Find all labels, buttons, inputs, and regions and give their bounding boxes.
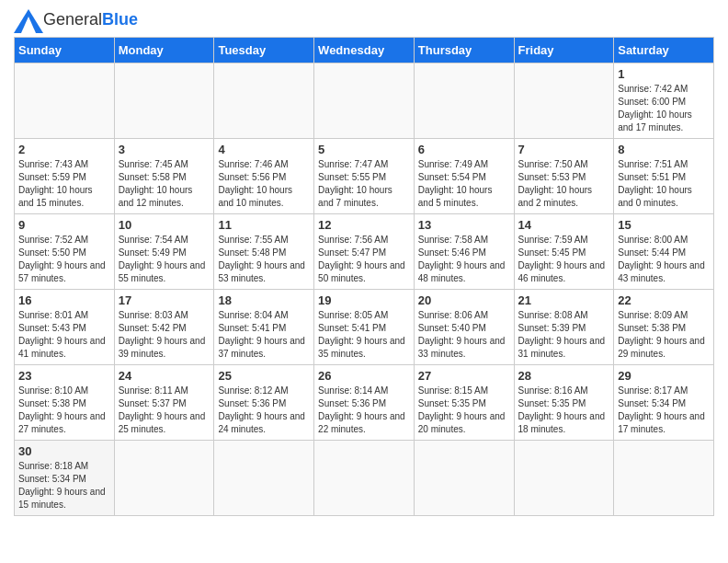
day-info: Sunrise: 7:51 AM Sunset: 5:51 PM Dayligh… xyxy=(618,158,710,210)
calendar-table: SundayMondayTuesdayWednesdayThursdayFrid… xyxy=(14,37,714,516)
calendar-cell: 30Sunrise: 8:18 AM Sunset: 5:34 PM Dayli… xyxy=(15,441,115,516)
calendar-cell: 17Sunrise: 8:03 AM Sunset: 5:42 PM Dayli… xyxy=(114,290,214,365)
day-header-monday: Monday xyxy=(114,38,214,63)
calendar-cell: 13Sunrise: 7:58 AM Sunset: 5:46 PM Dayli… xyxy=(414,214,514,290)
calendar-cell xyxy=(214,63,314,139)
day-info: Sunrise: 7:45 AM Sunset: 5:58 PM Dayligh… xyxy=(119,158,210,210)
day-number: 17 xyxy=(119,293,210,307)
calendar-cell xyxy=(214,441,314,516)
day-info: Sunrise: 8:15 AM Sunset: 5:35 PM Dayligh… xyxy=(418,385,510,436)
day-number: 19 xyxy=(318,293,410,307)
calendar-cell: 28Sunrise: 8:16 AM Sunset: 5:35 PM Dayli… xyxy=(514,365,614,441)
days-header-row: SundayMondayTuesdayWednesdayThursdayFrid… xyxy=(15,38,714,63)
day-number: 2 xyxy=(18,143,110,156)
day-info: Sunrise: 7:43 AM Sunset: 5:59 PM Dayligh… xyxy=(18,158,110,210)
calendar-cell: 24Sunrise: 8:11 AM Sunset: 5:37 PM Dayli… xyxy=(114,365,214,441)
calendar-cell xyxy=(514,63,614,139)
day-number: 11 xyxy=(218,218,310,232)
day-header-friday: Friday xyxy=(514,38,614,63)
logo-icon xyxy=(14,9,40,29)
calendar-cell: 4Sunrise: 7:46 AM Sunset: 5:56 PM Daylig… xyxy=(214,139,314,214)
day-header-tuesday: Tuesday xyxy=(214,38,314,63)
day-number: 18 xyxy=(218,293,310,307)
day-info: Sunrise: 8:06 AM Sunset: 5:40 PM Dayligh… xyxy=(418,309,510,361)
calendar-cell: 7Sunrise: 7:50 AM Sunset: 5:53 PM Daylig… xyxy=(514,139,614,214)
day-number: 16 xyxy=(18,293,110,307)
day-info: Sunrise: 8:04 AM Sunset: 5:41 PM Dayligh… xyxy=(218,309,310,361)
day-number: 23 xyxy=(18,369,110,383)
calendar-cell xyxy=(114,63,214,139)
day-header-saturday: Saturday xyxy=(614,38,714,63)
day-number: 10 xyxy=(119,218,210,232)
day-number: 13 xyxy=(418,218,510,232)
week-row: 1Sunrise: 7:42 AM Sunset: 6:00 PM Daylig… xyxy=(15,63,714,139)
day-info: Sunrise: 7:54 AM Sunset: 5:49 PM Dayligh… xyxy=(119,234,210,285)
day-info: Sunrise: 8:12 AM Sunset: 5:36 PM Dayligh… xyxy=(218,385,310,436)
day-info: Sunrise: 7:46 AM Sunset: 5:56 PM Dayligh… xyxy=(218,158,310,210)
day-header-sunday: Sunday xyxy=(15,38,115,63)
calendar-cell: 3Sunrise: 7:45 AM Sunset: 5:58 PM Daylig… xyxy=(114,139,214,214)
day-number: 30 xyxy=(18,444,110,458)
calendar-cell: 1Sunrise: 7:42 AM Sunset: 6:00 PM Daylig… xyxy=(614,63,714,139)
day-number: 4 xyxy=(218,143,310,156)
calendar-cell: 2Sunrise: 7:43 AM Sunset: 5:59 PM Daylig… xyxy=(15,139,115,214)
calendar-header: SundayMondayTuesdayWednesdayThursdayFrid… xyxy=(15,38,714,63)
week-row: 9Sunrise: 7:52 AM Sunset: 5:50 PM Daylig… xyxy=(15,214,714,290)
calendar-cell: 19Sunrise: 8:05 AM Sunset: 5:41 PM Dayli… xyxy=(314,290,415,365)
calendar-cell: 9Sunrise: 7:52 AM Sunset: 5:50 PM Daylig… xyxy=(15,214,115,290)
calendar-cell xyxy=(614,441,714,516)
calendar-cell xyxy=(414,441,514,516)
day-number: 28 xyxy=(518,369,610,383)
calendar-cell xyxy=(114,441,214,516)
calendar-cell: 26Sunrise: 8:14 AM Sunset: 5:36 PM Dayli… xyxy=(314,365,415,441)
calendar-cell: 29Sunrise: 8:17 AM Sunset: 5:34 PM Dayli… xyxy=(614,365,714,441)
calendar-cell: 12Sunrise: 7:56 AM Sunset: 5:47 PM Dayli… xyxy=(314,214,415,290)
calendar-body: 1Sunrise: 7:42 AM Sunset: 6:00 PM Daylig… xyxy=(15,63,714,516)
day-number: 24 xyxy=(119,369,210,383)
calendar-cell: 14Sunrise: 7:59 AM Sunset: 5:45 PM Dayli… xyxy=(514,214,614,290)
week-row: 16Sunrise: 8:01 AM Sunset: 5:43 PM Dayli… xyxy=(15,290,714,365)
day-info: Sunrise: 8:10 AM Sunset: 5:38 PM Dayligh… xyxy=(18,385,110,436)
day-number: 27 xyxy=(418,369,510,383)
calendar-cell: 23Sunrise: 8:10 AM Sunset: 5:38 PM Dayli… xyxy=(15,365,115,441)
day-number: 22 xyxy=(618,293,710,307)
day-number: 25 xyxy=(218,369,310,383)
calendar-cell: 22Sunrise: 8:09 AM Sunset: 5:38 PM Dayli… xyxy=(614,290,714,365)
logo-text: GeneralBlue xyxy=(43,10,138,29)
day-info: Sunrise: 7:52 AM Sunset: 5:50 PM Dayligh… xyxy=(18,234,110,285)
day-info: Sunrise: 8:05 AM Sunset: 5:41 PM Dayligh… xyxy=(318,309,410,361)
day-number: 26 xyxy=(318,369,410,383)
day-info: Sunrise: 8:14 AM Sunset: 5:36 PM Dayligh… xyxy=(318,385,410,436)
week-row: 30Sunrise: 8:18 AM Sunset: 5:34 PM Dayli… xyxy=(15,441,714,516)
day-number: 5 xyxy=(318,143,410,156)
day-info: Sunrise: 7:47 AM Sunset: 5:55 PM Dayligh… xyxy=(318,158,410,210)
calendar-cell xyxy=(414,63,514,139)
page: GeneralBlue SundayMondayTuesdayWednesday… xyxy=(0,0,728,525)
day-number: 9 xyxy=(18,218,110,232)
day-number: 20 xyxy=(418,293,510,307)
calendar-cell xyxy=(514,441,614,516)
day-info: Sunrise: 8:17 AM Sunset: 5:34 PM Dayligh… xyxy=(618,385,710,436)
calendar-cell: 5Sunrise: 7:47 AM Sunset: 5:55 PM Daylig… xyxy=(314,139,415,214)
calendar-cell: 11Sunrise: 7:55 AM Sunset: 5:48 PM Dayli… xyxy=(214,214,314,290)
day-info: Sunrise: 7:49 AM Sunset: 5:54 PM Dayligh… xyxy=(418,158,510,210)
day-info: Sunrise: 8:09 AM Sunset: 5:38 PM Dayligh… xyxy=(618,309,710,361)
calendar-cell: 16Sunrise: 8:01 AM Sunset: 5:43 PM Dayli… xyxy=(15,290,115,365)
day-number: 8 xyxy=(618,143,710,156)
calendar-cell: 6Sunrise: 7:49 AM Sunset: 5:54 PM Daylig… xyxy=(414,139,514,214)
day-info: Sunrise: 8:11 AM Sunset: 5:37 PM Dayligh… xyxy=(119,385,210,436)
day-number: 12 xyxy=(318,218,410,232)
calendar-cell: 18Sunrise: 8:04 AM Sunset: 5:41 PM Dayli… xyxy=(214,290,314,365)
week-row: 23Sunrise: 8:10 AM Sunset: 5:38 PM Dayli… xyxy=(15,365,714,441)
day-info: Sunrise: 7:56 AM Sunset: 5:47 PM Dayligh… xyxy=(318,234,410,285)
calendar-cell: 25Sunrise: 8:12 AM Sunset: 5:36 PM Dayli… xyxy=(214,365,314,441)
day-info: Sunrise: 8:03 AM Sunset: 5:42 PM Dayligh… xyxy=(119,309,210,361)
day-info: Sunrise: 7:50 AM Sunset: 5:53 PM Dayligh… xyxy=(518,158,610,210)
day-number: 21 xyxy=(518,293,610,307)
calendar-cell: 8Sunrise: 7:51 AM Sunset: 5:51 PM Daylig… xyxy=(614,139,714,214)
day-number: 1 xyxy=(618,67,710,81)
calendar-cell xyxy=(314,441,415,516)
calendar-cell: 21Sunrise: 8:08 AM Sunset: 5:39 PM Dayli… xyxy=(514,290,614,365)
day-info: Sunrise: 8:18 AM Sunset: 5:34 PM Dayligh… xyxy=(18,460,110,511)
header: GeneralBlue xyxy=(14,9,714,29)
